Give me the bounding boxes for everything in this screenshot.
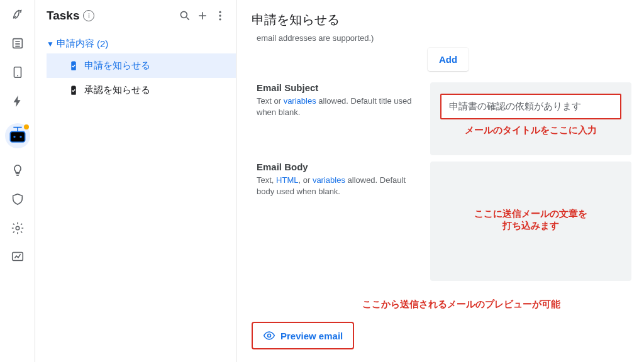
shield-icon[interactable] xyxy=(11,192,25,206)
tasks-header: Tasks i xyxy=(35,0,236,31)
gear-icon[interactable] xyxy=(11,221,25,235)
svg-point-11 xyxy=(268,334,271,337)
email-subject-container: メールのタイトルをここに入力 xyxy=(430,82,631,155)
bot-icon[interactable] xyxy=(5,123,30,148)
annotation-body: ここに送信メールの文章を打ち込みます xyxy=(474,208,587,232)
svg-point-7 xyxy=(180,11,187,18)
clipboard-check-icon xyxy=(68,85,79,96)
task-item-notify-request[interactable]: 申請を知らせる xyxy=(47,53,236,78)
chart-icon[interactable] xyxy=(11,250,25,264)
email-body-row: Email Body Text, HTML, or variables allo… xyxy=(252,162,631,281)
email-supported-hint: email addresses are supported.) xyxy=(252,33,631,43)
svg-point-3 xyxy=(13,136,15,138)
svg-point-9 xyxy=(219,14,221,16)
task-item-label: 承認を知らせる xyxy=(84,84,150,96)
lightbulb-icon[interactable] xyxy=(11,163,25,177)
email-body-input[interactable]: ここに送信メールの文章を打ち込みます xyxy=(430,162,631,281)
svg-point-5 xyxy=(16,226,19,230)
annotation-subject: メールのタイトルをここに入力 xyxy=(440,124,621,136)
svg-point-8 xyxy=(219,11,221,13)
eye-icon xyxy=(263,329,275,342)
variables-link[interactable]: variables xyxy=(313,175,345,185)
html-link[interactable]: HTML xyxy=(276,175,298,185)
add-icon[interactable] xyxy=(196,9,209,23)
add-button[interactable]: Add xyxy=(428,48,469,71)
left-rail xyxy=(0,0,35,362)
preview-email-label: Preview email xyxy=(280,331,343,341)
email-body-title: Email Body xyxy=(257,162,415,172)
task-item-label: 申請を知らせる xyxy=(84,60,150,72)
email-body-desc: Text, HTML, or variables allowed. Defaul… xyxy=(257,175,415,197)
main-content: 申請を知らせる email addresses are supported.) … xyxy=(236,0,644,362)
list-icon[interactable] xyxy=(11,36,25,50)
tasks-panel: Tasks i ▼ 申請内容 (2) 申請を知らせる xyxy=(35,0,236,362)
chevron-down-icon: ▼ xyxy=(47,40,54,48)
svg-point-4 xyxy=(19,136,21,138)
clipboard-check-icon xyxy=(68,60,79,72)
svg-rect-2 xyxy=(10,131,25,142)
tasks-title: Tasks xyxy=(47,9,79,23)
preview-email-button[interactable]: Preview email xyxy=(252,322,354,349)
search-icon[interactable] xyxy=(178,9,192,23)
email-subject-title: Email Subject xyxy=(257,82,415,93)
info-icon[interactable]: i xyxy=(83,10,94,21)
email-subject-desc: Text or variables allowed. Default title… xyxy=(257,96,415,118)
task-group-count: (2) xyxy=(97,38,108,49)
variables-link[interactable]: variables xyxy=(284,96,316,106)
bolt-icon[interactable] xyxy=(11,94,25,108)
email-subject-input[interactable] xyxy=(440,94,621,119)
page-title: 申請を知らせる xyxy=(252,11,631,28)
more-icon[interactable] xyxy=(213,9,227,23)
tablet-icon[interactable] xyxy=(11,65,25,79)
notification-dot xyxy=(24,124,29,129)
task-group-label: 申請内容 xyxy=(57,38,94,50)
task-group-header[interactable]: ▼ 申請内容 (2) xyxy=(47,34,236,53)
email-subject-row: Email Subject Text or variables allowed.… xyxy=(252,82,631,155)
annotation-preview: ここから送信されるメールのプレビューが可能 xyxy=(362,299,560,310)
rocket-icon[interactable] xyxy=(11,8,25,21)
task-item-notify-approval[interactable]: 承認を知らせる xyxy=(47,78,236,102)
svg-point-10 xyxy=(219,18,221,20)
